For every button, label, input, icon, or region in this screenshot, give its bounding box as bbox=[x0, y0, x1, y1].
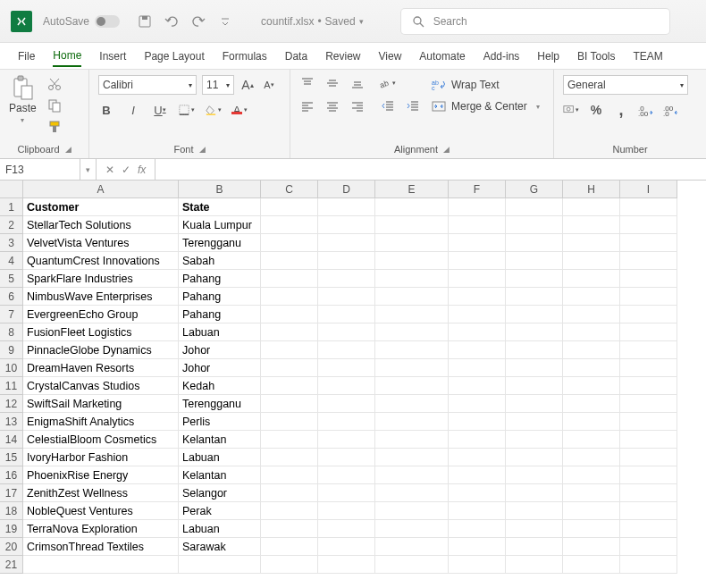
cell-H1[interactable] bbox=[563, 198, 620, 216]
menu-item-formulas[interactable]: Formulas bbox=[223, 46, 267, 66]
cell-A13[interactable]: EnigmaShift Analytics bbox=[23, 413, 179, 431]
cell-H18[interactable] bbox=[563, 502, 620, 520]
cell-A11[interactable]: CrystalCanvas Studios bbox=[23, 377, 179, 395]
menu-item-data[interactable]: Data bbox=[285, 46, 307, 66]
cell-A9[interactable]: PinnacleGlobe Dynamics bbox=[23, 341, 179, 359]
paste-label[interactable]: Paste bbox=[9, 102, 37, 114]
cell-A17[interactable]: ZenithZest Wellness bbox=[23, 484, 179, 502]
cell-I6[interactable] bbox=[620, 288, 677, 306]
increase-indent-icon[interactable] bbox=[405, 98, 421, 114]
cell-C1[interactable] bbox=[261, 198, 318, 216]
row-header-13[interactable]: 13 bbox=[0, 413, 23, 431]
cell-B12[interactable]: Terengganu bbox=[179, 395, 261, 413]
cell-B17[interactable]: Selangor bbox=[179, 484, 261, 502]
cell-I16[interactable] bbox=[620, 466, 677, 484]
cell-H19[interactable] bbox=[563, 520, 620, 538]
cell-A6[interactable]: NimbusWave Enterprises bbox=[23, 288, 179, 306]
cell-D11[interactable] bbox=[318, 377, 375, 395]
column-header-E[interactable]: E bbox=[375, 181, 449, 198]
cell-G16[interactable] bbox=[506, 466, 563, 484]
cell-C12[interactable] bbox=[261, 395, 318, 413]
formula-input[interactable] bbox=[155, 159, 706, 180]
cell-D17[interactable] bbox=[318, 484, 375, 502]
cut-icon[interactable] bbox=[47, 77, 62, 91]
cell-H20[interactable] bbox=[563, 538, 620, 556]
increase-font-icon[interactable]: A▴ bbox=[240, 77, 256, 93]
cell-D8[interactable] bbox=[318, 323, 375, 341]
cell-I5[interactable] bbox=[620, 270, 677, 288]
cell-B19[interactable]: Labuan bbox=[179, 520, 261, 538]
row-header-1[interactable]: 1 bbox=[0, 198, 23, 216]
cell-D6[interactable] bbox=[318, 288, 375, 306]
row-header-3[interactable]: 3 bbox=[0, 234, 23, 252]
cell-I12[interactable] bbox=[620, 395, 677, 413]
cell-E6[interactable] bbox=[375, 288, 449, 306]
cell-I21[interactable] bbox=[620, 556, 677, 574]
cell-C10[interactable] bbox=[261, 359, 318, 377]
cell-G17[interactable] bbox=[506, 484, 563, 502]
cell-C7[interactable] bbox=[261, 306, 318, 323]
dialog-launcher-icon[interactable]: ◢ bbox=[199, 145, 206, 154]
cell-I10[interactable] bbox=[620, 359, 677, 377]
cell-D20[interactable] bbox=[318, 538, 375, 556]
fill-color-icon[interactable]: ▾ bbox=[206, 102, 222, 118]
cell-C3[interactable] bbox=[261, 234, 318, 252]
cell-D12[interactable] bbox=[318, 395, 375, 413]
cell-F1[interactable] bbox=[449, 198, 506, 216]
column-header-A[interactable]: A bbox=[23, 181, 179, 198]
cell-C17[interactable] bbox=[261, 484, 318, 502]
column-header-C[interactable]: C bbox=[261, 181, 318, 198]
cell-C8[interactable] bbox=[261, 323, 318, 341]
cell-H5[interactable] bbox=[563, 270, 620, 288]
row-header-15[interactable]: 15 bbox=[0, 449, 23, 466]
column-header-F[interactable]: F bbox=[449, 181, 506, 198]
cell-G3[interactable] bbox=[506, 234, 563, 252]
cell-G12[interactable] bbox=[506, 395, 563, 413]
cell-H7[interactable] bbox=[563, 306, 620, 323]
column-header-H[interactable]: H bbox=[563, 181, 620, 198]
menu-item-home[interactable]: Home bbox=[53, 46, 81, 67]
cell-E11[interactable] bbox=[375, 377, 449, 395]
menu-item-page-layout[interactable]: Page Layout bbox=[144, 46, 204, 66]
cell-B1[interactable]: State bbox=[179, 198, 261, 216]
cell-H21[interactable] bbox=[563, 556, 620, 574]
cell-H4[interactable] bbox=[563, 252, 620, 270]
cell-A8[interactable]: FusionFleet Logistics bbox=[23, 323, 179, 341]
cell-E20[interactable] bbox=[375, 538, 449, 556]
column-header-G[interactable]: G bbox=[506, 181, 563, 198]
chevron-down-icon[interactable]: ▾ bbox=[21, 116, 24, 124]
bold-button[interactable]: B bbox=[98, 102, 114, 118]
cell-D2[interactable] bbox=[318, 216, 375, 234]
cell-E7[interactable] bbox=[375, 306, 449, 323]
row-header-8[interactable]: 8 bbox=[0, 323, 23, 341]
cell-F3[interactable] bbox=[449, 234, 506, 252]
cell-F6[interactable] bbox=[449, 288, 506, 306]
underline-button[interactable]: U▾ bbox=[152, 102, 168, 118]
cell-D3[interactable] bbox=[318, 234, 375, 252]
save-icon[interactable] bbox=[138, 14, 152, 29]
cell-D18[interactable] bbox=[318, 502, 375, 520]
cell-B2[interactable]: Kuala Lumpur bbox=[179, 216, 261, 234]
cell-F18[interactable] bbox=[449, 502, 506, 520]
cell-A21[interactable] bbox=[23, 556, 179, 574]
name-box-dropdown-icon[interactable]: ▾ bbox=[80, 159, 97, 180]
copy-icon[interactable] bbox=[47, 98, 62, 113]
italic-button[interactable]: I bbox=[125, 102, 141, 118]
row-header-5[interactable]: 5 bbox=[0, 270, 23, 288]
menu-item-help[interactable]: Help bbox=[537, 46, 559, 66]
cell-B16[interactable]: Kelantan bbox=[179, 466, 261, 484]
cell-B6[interactable]: Pahang bbox=[179, 288, 261, 306]
merge-center-button[interactable]: Merge & Center ▾ bbox=[432, 100, 540, 113]
percent-icon[interactable]: % bbox=[588, 102, 604, 118]
cell-E15[interactable] bbox=[375, 449, 449, 466]
row-header-16[interactable]: 16 bbox=[0, 466, 23, 484]
cell-G15[interactable] bbox=[506, 449, 563, 466]
cell-C5[interactable] bbox=[261, 270, 318, 288]
cell-E16[interactable] bbox=[375, 466, 449, 484]
cell-H13[interactable] bbox=[563, 413, 620, 431]
enter-formula-icon[interactable]: ✓ bbox=[122, 164, 130, 176]
name-box[interactable]: F13 bbox=[0, 159, 80, 180]
orientation-icon[interactable]: ab▾ bbox=[380, 75, 396, 91]
column-header-D[interactable]: D bbox=[318, 181, 375, 198]
menu-item-team[interactable]: TEAM bbox=[634, 46, 663, 66]
